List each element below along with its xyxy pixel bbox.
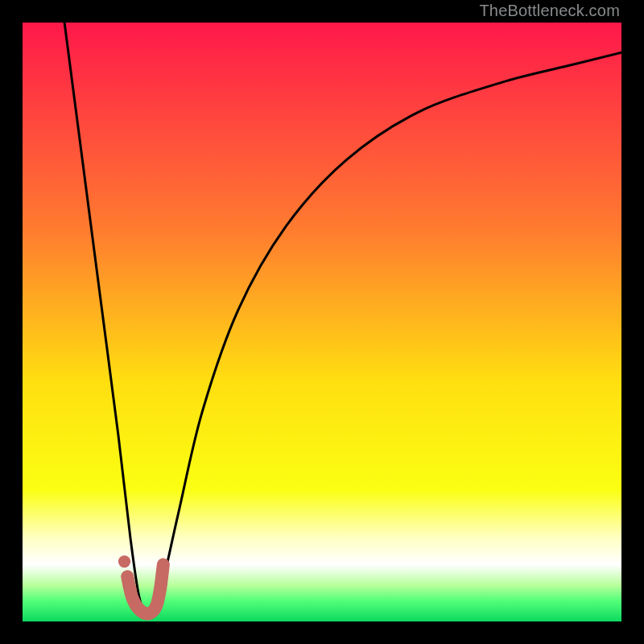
- watermark-text: TheBottleneck.com: [479, 2, 620, 20]
- background-gradient: [23, 23, 621, 621]
- svg-rect-0: [23, 23, 621, 621]
- chart-frame: TheBottleneck.com: [0, 0, 644, 644]
- plot-area: [23, 23, 621, 621]
